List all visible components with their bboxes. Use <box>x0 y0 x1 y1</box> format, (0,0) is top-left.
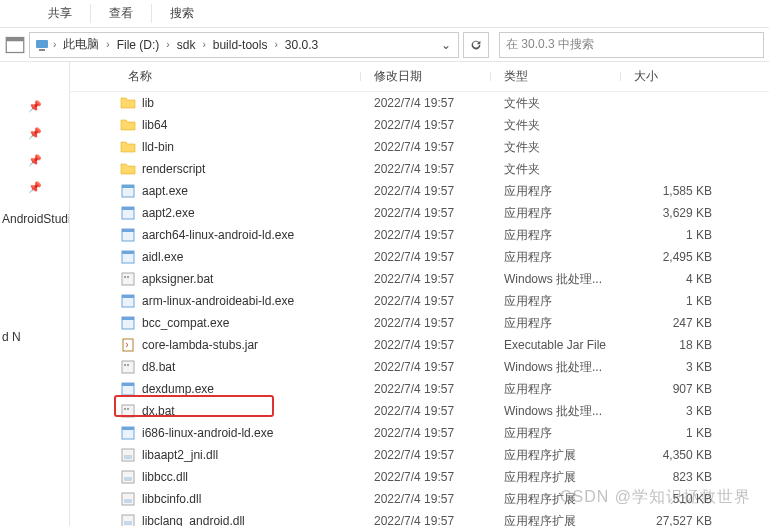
file-type: 文件夹 <box>490 117 620 134</box>
bat-icon <box>120 359 136 375</box>
table-row[interactable]: lib2022/7/4 19:57文件夹 <box>70 92 769 114</box>
table-row[interactable]: libbcc.dll2022/7/4 19:57应用程序扩展823 KB <box>70 466 769 488</box>
exe-icon <box>120 381 136 397</box>
file-name: libaapt2_jni.dll <box>142 448 218 462</box>
table-row[interactable]: bcc_compat.exe2022/7/4 19:57应用程序247 KB <box>70 312 769 334</box>
table-row[interactable]: dexdump.exe2022/7/4 19:57应用程序907 KB <box>70 378 769 400</box>
table-row[interactable]: aidl.exe2022/7/4 19:57应用程序2,495 KB <box>70 246 769 268</box>
pin-icon[interactable]: 📌 <box>0 100 69 113</box>
svg-rect-31 <box>124 455 132 459</box>
file-size: 1 KB <box>620 426 730 440</box>
pin-icon[interactable]: 📌 <box>0 154 69 167</box>
crumb-drive[interactable]: File (D:) <box>113 36 164 54</box>
file-type: 应用程序 <box>490 227 620 244</box>
table-row[interactable]: d8.bat2022/7/4 19:57Windows 批处理...3 KB <box>70 356 769 378</box>
svg-rect-29 <box>122 427 134 430</box>
crumb-version[interactable]: 30.0.3 <box>281 36 322 54</box>
file-type: 应用程序扩展 <box>490 469 620 486</box>
file-size: 18 KB <box>620 338 730 352</box>
col-date[interactable]: 修改日期 <box>360 68 490 85</box>
table-row[interactable]: lld-bin2022/7/4 19:57文件夹 <box>70 136 769 158</box>
file-type: 文件夹 <box>490 161 620 178</box>
pin-icon[interactable]: 📌 <box>0 181 69 194</box>
search-input[interactable]: 在 30.0.3 中搜索 <box>499 32 764 58</box>
table-row[interactable]: apksigner.bat2022/7/4 19:57Windows 批处理..… <box>70 268 769 290</box>
pin-icon[interactable]: 📌 <box>0 127 69 140</box>
sidebar-item[interactable]: d N <box>0 326 69 348</box>
table-row[interactable]: lib642022/7/4 19:57文件夹 <box>70 114 769 136</box>
file-size: 823 KB <box>620 470 730 484</box>
file-size: 4 KB <box>620 272 730 286</box>
tab-search[interactable]: 搜索 <box>152 0 212 27</box>
file-name: libbcc.dll <box>142 470 188 484</box>
file-date: 2022/7/4 19:57 <box>360 250 490 264</box>
dll-icon <box>120 469 136 485</box>
crumb-buildtools[interactable]: build-tools <box>209 36 272 54</box>
file-name: apksigner.bat <box>142 272 213 286</box>
svg-point-27 <box>127 408 129 410</box>
crumb-pc[interactable]: 此电脑 <box>59 34 103 55</box>
file-size: 27,527 KB <box>620 514 730 526</box>
col-type[interactable]: 类型 <box>490 68 620 85</box>
table-row[interactable]: aarch64-linux-android-ld.exe2022/7/4 19:… <box>70 224 769 246</box>
svg-rect-9 <box>122 229 134 232</box>
svg-rect-16 <box>122 295 134 298</box>
table-row[interactable]: core-lambda-stubs.jar2022/7/4 19:57Execu… <box>70 334 769 356</box>
file-date: 2022/7/4 19:57 <box>360 162 490 176</box>
file-name: libbcinfo.dll <box>142 492 201 506</box>
refresh-button[interactable] <box>463 32 489 58</box>
file-name: renderscript <box>142 162 205 176</box>
svg-rect-33 <box>124 477 132 481</box>
file-date: 2022/7/4 19:57 <box>360 294 490 308</box>
col-size[interactable]: 大小 <box>620 68 730 85</box>
file-name: core-lambda-stubs.jar <box>142 338 258 352</box>
chevron-right-icon[interactable]: › <box>163 39 172 50</box>
file-date: 2022/7/4 19:57 <box>360 492 490 506</box>
crumb-sdk[interactable]: sdk <box>173 36 200 54</box>
table-row[interactable]: arm-linux-androideabi-ld.exe2022/7/4 19:… <box>70 290 769 312</box>
file-name: aapt.exe <box>142 184 188 198</box>
column-headers: 名称 修改日期 类型 大小 <box>70 62 769 92</box>
svg-rect-18 <box>122 317 134 320</box>
tab-share[interactable]: 共享 <box>30 0 90 27</box>
table-row[interactable]: libaapt2_jni.dll2022/7/4 19:57应用程序扩展4,35… <box>70 444 769 466</box>
file-type: 应用程序扩展 <box>490 513 620 527</box>
file-type: 应用程序 <box>490 293 620 310</box>
dll-icon <box>120 513 136 526</box>
table-row[interactable]: i686-linux-android-ld.exe2022/7/4 19:57应… <box>70 422 769 444</box>
file-size: 3,629 KB <box>620 206 730 220</box>
table-row[interactable]: libclang_android.dll2022/7/4 19:57应用程序扩展… <box>70 510 769 526</box>
svg-rect-11 <box>122 251 134 254</box>
table-row[interactable]: dx.bat2022/7/4 19:57Windows 批处理...3 KB <box>70 400 769 422</box>
exe-icon <box>120 293 136 309</box>
file-type: 应用程序 <box>490 381 620 398</box>
bat-icon <box>120 403 136 419</box>
file-name: dx.bat <box>142 404 175 418</box>
exe-icon <box>120 425 136 441</box>
table-row[interactable]: aapt.exe2022/7/4 19:57应用程序1,585 KB <box>70 180 769 202</box>
table-row[interactable]: libbcinfo.dll2022/7/4 19:57应用程序扩展510 KB <box>70 488 769 510</box>
col-name[interactable]: 名称 <box>70 68 360 85</box>
breadcrumb-dropdown-icon[interactable]: ⌄ <box>438 38 454 52</box>
nav-up-icon[interactable] <box>5 35 25 55</box>
sidebar-item[interactable]: AndroidStudio <box>0 208 69 230</box>
search-placeholder: 在 30.0.3 中搜索 <box>506 36 594 53</box>
chevron-right-icon[interactable]: › <box>199 39 208 50</box>
file-size: 1 KB <box>620 294 730 308</box>
table-row[interactable]: renderscript2022/7/4 19:57文件夹 <box>70 158 769 180</box>
file-type: 应用程序 <box>490 315 620 332</box>
tab-view[interactable]: 查看 <box>91 0 151 27</box>
chevron-right-icon[interactable]: › <box>50 39 59 50</box>
svg-rect-7 <box>122 207 134 210</box>
file-date: 2022/7/4 19:57 <box>360 140 490 154</box>
file-type: Windows 批处理... <box>490 359 620 376</box>
ribbon-tabs: 共享 查看 搜索 <box>0 0 769 28</box>
chevron-right-icon[interactable]: › <box>103 39 112 50</box>
file-type: 应用程序 <box>490 205 620 222</box>
chevron-right-icon[interactable]: › <box>271 39 280 50</box>
file-date: 2022/7/4 19:57 <box>360 404 490 418</box>
breadcrumb[interactable]: › 此电脑 › File (D:) › sdk › build-tools › … <box>29 32 459 58</box>
file-type: 文件夹 <box>490 95 620 112</box>
sidebar: 📌 📌 📌 📌 AndroidStudio d N <box>0 62 70 526</box>
table-row[interactable]: aapt2.exe2022/7/4 19:57应用程序3,629 KB <box>70 202 769 224</box>
